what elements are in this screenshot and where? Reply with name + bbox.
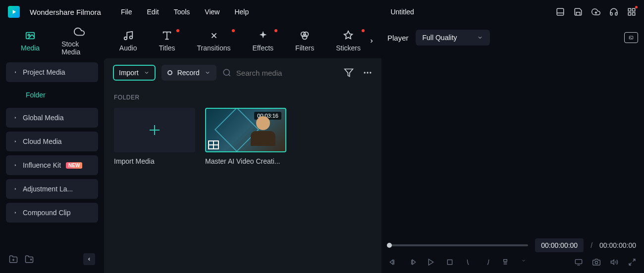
menu-edit[interactable]: Edit [147, 8, 159, 16]
new-folder-icon[interactable] [9, 255, 18, 264]
fullscreen-button[interactable] [628, 258, 636, 266]
text-icon [161, 30, 172, 41]
svg-rect-0 [557, 8, 564, 15]
sidebar-label: Folder [26, 91, 46, 99]
menu-view[interactable]: View [205, 8, 219, 16]
prev-frame-button[interactable] [389, 258, 397, 266]
tab-filters[interactable]: Filters [284, 26, 325, 56]
media-clip-card[interactable]: 00:03:16 Master AI Video Creati... [205, 108, 286, 165]
svg-marker-28 [390, 260, 393, 264]
card-label: Import Media [114, 157, 195, 165]
add-media-thumb[interactable] [114, 108, 195, 152]
chevron-right-icon [13, 115, 18, 120]
import-button[interactable]: Import [113, 65, 156, 81]
svg-line-41 [633, 259, 635, 262]
next-frame-button[interactable] [408, 258, 416, 266]
record-label: Record [177, 69, 200, 77]
tabs-scroll-right[interactable] [369, 36, 375, 46]
tab-titles[interactable]: Titles [148, 26, 186, 56]
sidebar-item-project-media[interactable]: Project Media [6, 62, 98, 82]
camera-button[interactable] [592, 258, 600, 266]
headset-icon[interactable] [609, 7, 618, 16]
chevron-right-icon [13, 186, 18, 191]
svg-point-8 [124, 37, 127, 40]
sidebar-item-folder[interactable]: Folder [6, 86, 98, 104]
tab-effects[interactable]: Effects [242, 26, 285, 56]
mark-out-button[interactable] [483, 258, 491, 266]
svg-marker-40 [611, 260, 614, 264]
import-label: Import [119, 69, 139, 77]
record-button[interactable]: Record [161, 65, 216, 81]
mark-in-button[interactable] [465, 258, 473, 266]
category-tabs: Media Stock Media Audio Titles Transitio… [0, 24, 381, 58]
notification-dot [232, 29, 235, 32]
svg-rect-5 [633, 13, 635, 15]
menubar: File Edit Tools View Help [121, 8, 249, 16]
menu-help[interactable]: Help [234, 8, 249, 16]
cloud-icon[interactable] [591, 7, 600, 16]
svg-line-42 [629, 263, 632, 265]
seek-bar[interactable] [389, 244, 528, 246]
media-icon [25, 30, 36, 41]
sidebar-label: Compound Clip [23, 209, 71, 217]
chevron-down-icon [205, 70, 211, 76]
svg-rect-37 [575, 260, 582, 264]
filter-icon[interactable] [344, 68, 354, 78]
volume-button[interactable] [610, 258, 618, 266]
import-media-card[interactable]: Import Media [114, 108, 195, 165]
tab-label: Titles [159, 44, 175, 52]
new-badge: NEW [66, 162, 82, 169]
marker-menu-button[interactable] [502, 258, 510, 266]
collapse-sidebar-button[interactable] [83, 253, 95, 265]
seek-knob[interactable] [387, 243, 392, 248]
search-input[interactable] [236, 69, 316, 77]
apps-icon[interactable] [627, 7, 636, 16]
tab-media[interactable]: Media [10, 26, 51, 56]
sidebar-item-adjustment-layer[interactable]: Adjustment La... [6, 179, 98, 199]
folder-heading: FOLDER [114, 94, 372, 101]
svg-rect-4 [628, 13, 631, 15]
chevron-down-icon [13, 70, 18, 75]
notification-dot [362, 29, 365, 32]
snapshot-button[interactable] [624, 32, 638, 43]
tab-transitions[interactable]: Transitions [186, 26, 242, 56]
stop-button[interactable] [446, 258, 454, 266]
tab-stock-media[interactable]: Stock Media [51, 22, 108, 60]
tab-label: Media [21, 44, 40, 52]
tab-label: Stickers [336, 44, 361, 52]
save-icon[interactable] [574, 7, 583, 16]
svg-line-20 [229, 75, 230, 76]
tab-stickers[interactable]: Stickers [325, 26, 372, 56]
svg-rect-3 [633, 8, 635, 11]
notification-dot [176, 29, 179, 32]
menu-file[interactable]: File [121, 8, 132, 16]
clip-thumbnail[interactable]: 00:03:16 [205, 108, 286, 152]
plus-icon [147, 123, 162, 137]
chevron-right-icon [13, 139, 18, 144]
play-button[interactable] [427, 258, 435, 266]
player-viewport[interactable] [387, 51, 638, 233]
layout-icon[interactable] [556, 7, 565, 16]
media-pane: Import Record [104, 58, 381, 273]
quality-select[interactable]: Full Quality [416, 30, 490, 46]
player-label: Player [387, 34, 409, 42]
sidebar-item-cloud-media[interactable]: Cloud Media [6, 132, 98, 151]
sidebar-item-compound-clip[interactable]: Compound Clip [6, 203, 98, 223]
sidebar-item-influence-kit[interactable]: Influence Kit NEW [6, 155, 98, 175]
svg-marker-21 [345, 69, 353, 77]
display-button[interactable] [575, 258, 583, 266]
svg-rect-33 [447, 260, 452, 264]
sidebar-item-global-media[interactable]: Global Media [6, 108, 98, 128]
sidebar-label: Adjustment La... [23, 185, 73, 193]
notification-dot [274, 29, 277, 32]
tab-audio[interactable]: Audio [108, 26, 148, 56]
tab-label: Transitions [197, 44, 231, 52]
delete-folder-icon[interactable] [25, 255, 34, 264]
menu-tools[interactable]: Tools [174, 8, 190, 16]
more-icon[interactable] [363, 68, 373, 78]
sidebar-label: Cloud Media [23, 137, 62, 145]
transitions-icon [209, 30, 219, 41]
sidebar-label: Influence Kit [23, 161, 61, 169]
marker-chevron-icon[interactable] [521, 258, 526, 266]
tab-label: Effects [253, 44, 274, 52]
